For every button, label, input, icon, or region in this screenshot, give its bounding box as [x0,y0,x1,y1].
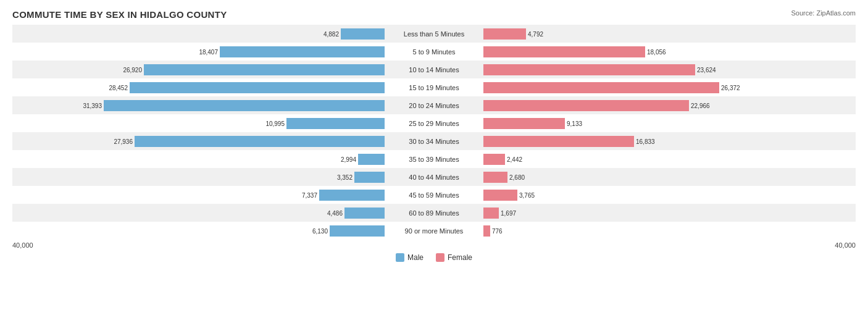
male-bar [104,100,385,111]
male-bar [358,154,385,165]
chart-title: COMMUTE TIME BY SEX IN HIDALGO COUNTY [12,9,856,20]
female-bar [483,64,695,75]
male-value: 3,352 [337,174,353,180]
table-row: 15 to 19 Minutes28,45226,372 [12,78,856,96]
axis-right-label: 40,000 [835,241,856,249]
male-value: 2,994 [341,156,356,162]
female-bar [483,190,517,201]
female-bar [483,46,645,57]
row-label: 10 to 14 Minutes [385,66,483,73]
row-label: 15 to 19 Minutes [385,84,483,91]
female-bar [483,136,634,147]
male-bar [341,28,385,40]
legend-female-label: Female [448,253,472,262]
female-bar [483,225,490,237]
legend-female: Female [436,253,472,262]
female-bar [483,82,719,93]
female-value: 22,966 [691,102,710,109]
female-value: 26,372 [721,84,740,91]
female-value: 9,133 [567,120,582,127]
table-row: 10 to 14 Minutes26,92023,624 [12,61,856,78]
male-bar [135,136,385,147]
female-value: 4,792 [528,30,543,37]
male-bar [330,225,385,237]
legend: Male Female [12,253,856,262]
axis-labels: 40,000 40,000 [12,240,856,251]
table-row: 20 to 24 Minutes31,39322,966 [12,96,856,114]
male-bar [130,82,385,93]
male-value: 4,882 [323,30,339,37]
row-label: 90 or more Minutes [385,227,483,235]
row-label: 35 to 39 Minutes [385,156,483,163]
table-row: 25 to 29 Minutes10,9959,133 [12,114,856,132]
row-label: 5 to 9 Minutes [385,48,483,56]
table-row: Less than 5 Minutes4,8824,792 [12,25,856,43]
female-value: 2,680 [509,174,525,180]
male-value: 4,486 [327,209,343,216]
row-label: 40 to 44 Minutes [385,174,483,181]
female-value: 776 [492,227,503,234]
legend-male-label: Male [407,253,424,262]
row-label: Less than 5 Minutes [385,30,483,38]
male-value: 18,407 [199,48,218,55]
chart-rows-container: Less than 5 Minutes4,8824,7925 to 9 Minu… [12,25,856,240]
source-text: Source: ZipAtlas.com [791,9,856,17]
chart-container: COMMUTE TIME BY SEX IN HIDALGO COUNTY So… [0,0,868,323]
male-value: 27,936 [114,138,133,145]
male-bar [354,172,385,183]
row-label: 25 to 29 Minutes [385,120,483,127]
male-bar [319,190,385,201]
female-value: 18,056 [647,48,666,55]
legend-male: Male [396,253,424,262]
female-value: 23,624 [697,66,716,73]
row-label: 30 to 34 Minutes [385,138,483,145]
male-bar [144,64,385,75]
table-row: 5 to 9 Minutes18,40718,056 [12,43,856,61]
female-value: 2,442 [507,156,522,162]
male-value: 26,920 [123,66,142,73]
table-row: 60 to 89 Minutes4,4861,697 [12,204,856,222]
male-value: 31,393 [83,102,102,109]
legend-male-box [396,253,404,262]
table-row: 35 to 39 Minutes2,9942,442 [12,150,856,168]
female-bar [483,172,507,183]
female-bar [483,28,526,40]
legend-female-box [436,253,444,262]
table-row: 90 or more Minutes6,130776 [12,222,856,240]
row-label: 20 to 24 Minutes [385,102,483,109]
female-value: 1,697 [501,209,516,216]
female-bar [483,118,565,129]
table-row: 30 to 34 Minutes27,93616,833 [12,132,856,150]
male-value: 7,337 [302,191,317,198]
male-bar [286,118,385,129]
female-bar [483,154,505,165]
female-bar [483,208,499,219]
table-row: 40 to 44 Minutes3,3522,680 [12,168,856,186]
female-value: 3,765 [519,191,535,198]
male-value: 6,130 [312,227,328,234]
male-value: 10,995 [265,120,285,127]
male-value: 28,452 [109,84,128,91]
row-label: 60 to 89 Minutes [385,209,483,217]
row-label: 45 to 59 Minutes [385,191,483,199]
female-bar [483,100,689,111]
female-value: 16,833 [636,138,655,145]
male-bar [220,46,385,57]
male-bar [344,208,385,219]
table-row: 45 to 59 Minutes7,3373,765 [12,186,856,204]
axis-left-label: 40,000 [12,241,33,249]
